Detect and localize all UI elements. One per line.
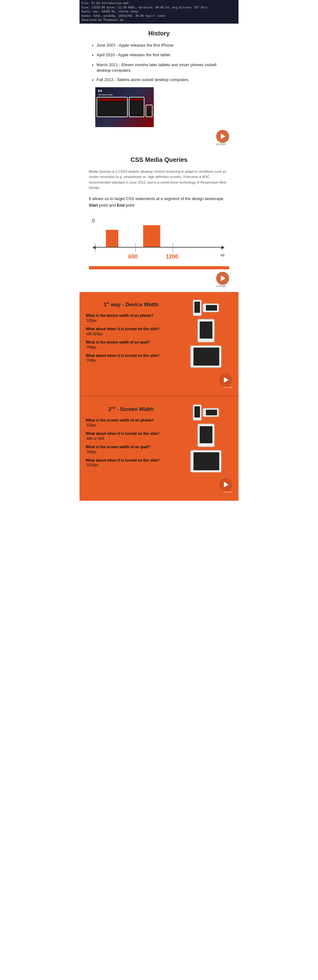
phone-mock: [146, 105, 153, 117]
device-left-panel: 1st way - Device Width What is the devic…: [86, 298, 180, 390]
screen-title-rest: - Screen Width: [115, 406, 154, 412]
label-1200-wrapper: 1200: [166, 253, 178, 260]
screen-tablet-horizontal-mock: [190, 450, 221, 473]
list-item: April 2010 - Apple releases the first ta…: [92, 52, 229, 58]
screen-qa-block-3: What is the screen width of an ipad? 768…: [86, 444, 176, 454]
phone-horizontal-mock: [203, 304, 219, 312]
qa-question-4: What about when it is turned on the side…: [86, 353, 176, 358]
history-list: June 2007 - Apple releases the first iPh…: [92, 43, 229, 83]
screen-qa-question-2: What about when it is turned on the side…: [86, 431, 176, 436]
qa-answer-4: 768px: [86, 358, 176, 363]
screen-left-panel: 2nd - Screen Width What is the screen wi…: [86, 403, 180, 495]
tablet-horizontal-row: [190, 345, 221, 368]
qa-block-2: What about when it is turned on the side…: [86, 326, 176, 336]
tick-600: [135, 243, 136, 252]
rr-logo: RRThe Reese Firm: [98, 89, 113, 96]
diagram-line: [95, 247, 223, 248]
play-button-device[interactable]: [219, 373, 232, 387]
diagram-area: 0 600 1200 ∞: [89, 215, 229, 265]
target-text-1: It allows us to target CSS statements at…: [89, 196, 224, 201]
bar-middle: [143, 225, 160, 247]
play-button-history[interactable]: [216, 130, 229, 143]
file-info-line1: File: 01_01-Introduction.mp4: [81, 1, 237, 6]
tablet-vertical-row: [197, 319, 215, 342]
screen-phone-vertical-mock: [193, 404, 202, 421]
qa-question-2: What about when it is turned on the side…: [86, 326, 176, 332]
bullet-text-2: April 2010 - Apple releases the first ta…: [97, 52, 170, 58]
tablet-horizontal-mock: [190, 345, 221, 368]
history-title: History: [89, 30, 229, 37]
point-end: point: [124, 203, 135, 207]
screen-phone-horizontal-mock: [203, 408, 219, 417]
device-right-panel: pluralsight: [180, 298, 232, 390]
screen-qa-question-4: What about when it is turned on the side…: [86, 458, 176, 463]
file-info-line4: Video: h264, yuv420p, 1024x768, 30.00 fp…: [81, 14, 237, 18]
bullet-text-1: June 2007 - Apple releases the first iPh…: [97, 43, 173, 48]
device-title-sup: st: [107, 301, 109, 305]
label-600-wrapper: 600: [128, 253, 138, 260]
tablet-mock: [129, 97, 145, 117]
file-info-line3: Audio: aac, 44100 Hz, stereo (eng): [81, 10, 237, 14]
phone-vertical-row: [193, 300, 219, 316]
end-label: End: [117, 203, 124, 207]
qa-block-4: What about when it is turned on the side…: [86, 353, 176, 363]
desktop-mock: [97, 97, 128, 117]
play-button-screen[interactable]: [219, 478, 232, 491]
list-item: Fall 2013 - Tablets alone outsell deskto…: [92, 77, 229, 83]
start-label: Start: [89, 203, 98, 207]
list-item: March 2011 - Eleven months later tablets…: [92, 62, 229, 73]
screen-qa-block-4: What about when it is turned on the side…: [86, 458, 176, 468]
qa-block-3: What is the device width of an ipad? 768…: [86, 340, 176, 350]
qa-block-1: What is the device width of an phone? 32…: [86, 313, 176, 323]
file-info-line5: Generated by Thumbnail.me: [81, 18, 237, 22]
orange-bar-bottom: [89, 266, 229, 269]
screen-qa-answer-3: 768px: [86, 450, 176, 454]
bar-left: [106, 230, 118, 247]
label-1200: 1200: [166, 253, 178, 260]
screen-title-sup: nd: [111, 406, 115, 409]
label-inf: ∞: [221, 252, 224, 258]
screen-qa-answer-4: 1024px: [86, 463, 176, 467]
qa-question-1: What is the device width of an phone?: [86, 313, 176, 318]
css-description: Media Queries is a CSS3 module allowing …: [89, 169, 229, 191]
screen-tablet-vertical-mock: [197, 424, 215, 447]
screen-right-panel: pluralsight: [180, 403, 232, 495]
pluralsight-label-device: pluralsight: [224, 387, 232, 388]
device-title-num: 1: [104, 301, 107, 307]
tick-1200: [173, 243, 173, 252]
screen-tablet-vertical-row: [197, 424, 215, 447]
target-text: It allows us to target CSS statements at…: [89, 196, 229, 209]
screen-tablet-horizontal-row: [190, 450, 221, 473]
bullet-text-4: Fall 2013 - Tablets alone outsell deskto…: [97, 77, 189, 83]
play-icon-device: [224, 377, 229, 383]
screen-qa-answer-2: 480 or 568: [86, 436, 176, 441]
device-width-title: 1st way - Device Width: [86, 301, 176, 308]
point-and: point and: [98, 203, 117, 207]
device-width-section: 1st way - Device Width What is the devic…: [80, 292, 238, 396]
history-thumbnail: RRThe Reese Firm: [95, 87, 154, 127]
css-media-queries-title: CSS Media Queries: [89, 156, 229, 163]
file-info-bar: File: 01_01-Introduction.mp4 Size: 13310…: [80, 0, 238, 24]
label-600: 600: [128, 253, 138, 260]
screen-qa-block-2: What about when it is turned on the side…: [86, 431, 176, 441]
play-area-screen: pluralsight: [180, 478, 232, 493]
screen-width-section: 2nd - Screen Width What is the screen wi…: [80, 396, 238, 501]
qa-answer-1: 320px: [86, 318, 176, 323]
bullet-text-3: March 2011 - Eleven months later tablets…: [97, 62, 229, 73]
device-group: [97, 97, 153, 117]
pluralsight-label: pluralsight: [216, 143, 226, 145]
screen-title-num: 2: [108, 406, 111, 412]
label-0: 0: [92, 218, 226, 224]
play-icon-screen: [224, 482, 229, 487]
file-info-line2: Size: 13310.99 bytes (12.60 MiB), durati…: [81, 6, 237, 10]
screen-width-title: 2nd - Screen Width: [86, 406, 176, 412]
play-button-css[interactable]: [216, 272, 229, 285]
screen-qa-answer-1: 320px: [86, 423, 176, 427]
screen-phone-vertical-row: [193, 404, 219, 421]
screen-qa-block-1: What is the screen width of an phone? 32…: [86, 418, 176, 427]
css-media-queries-section: CSS Media Queries Media Queries is a CSS…: [80, 150, 238, 292]
screen-qa-question-1: What is the screen width of an phone?: [86, 418, 176, 423]
history-image-inner: RRThe Reese Firm: [95, 87, 154, 127]
phone-vertical-mock: [193, 300, 202, 316]
pluralsight-label-screen: pluralsight: [224, 491, 232, 493]
